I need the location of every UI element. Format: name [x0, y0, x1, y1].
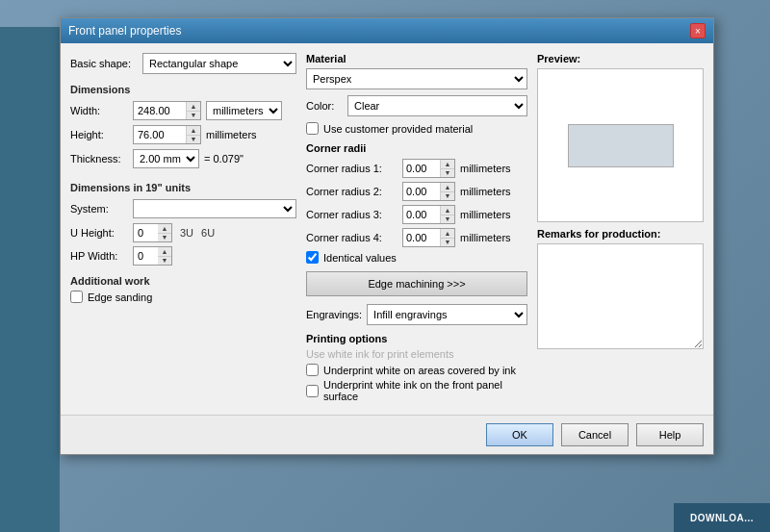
thickness-label: Thickness: — [70, 153, 133, 165]
width-spinner[interactable]: ▲ ▼ — [187, 102, 200, 119]
height-input[interactable]: 76.00 ▲ ▼ — [133, 125, 201, 144]
width-spinner-up[interactable]: ▲ — [187, 102, 200, 112]
basic-shape-select[interactable]: Rectangular shape — [142, 53, 296, 74]
dialog-titlebar: Front panel properties × — [61, 18, 713, 43]
width-row: Width: 248.00 ▲ ▼ millimeters — [70, 101, 296, 120]
cr-row-1: Corner radius 1: 0.00 ▲ ▼ millimeters — [306, 159, 527, 178]
color-select[interactable]: Clear — [347, 95, 527, 116]
width-spinner-down[interactable]: ▼ — [187, 112, 200, 120]
right-column: Preview: Remarks for production: — [537, 53, 704, 405]
uheight-label: U Height: — [70, 227, 133, 239]
customer-material-label: Use customer provided material — [323, 123, 473, 135]
height-label: Height: — [70, 129, 133, 140]
cr-unit-3: millimeters — [460, 209, 511, 220]
hpwidth-input[interactable]: 0 ▲ ▼ — [133, 246, 172, 266]
cr-spinner-3[interactable]: ▲ ▼ — [441, 206, 454, 223]
system-select[interactable] — [133, 199, 296, 218]
customer-material-row: Use customer provided material — [306, 122, 527, 135]
printing-header: Printing options — [306, 333, 527, 344]
hpwidth-spinner-down[interactable]: ▼ — [158, 257, 171, 266]
cr-spinner-2-down[interactable]: ▼ — [441, 192, 454, 201]
cr-input-4[interactable]: 0.00 ▲ ▼ — [402, 228, 455, 247]
cr-spinner-1[interactable]: ▲ ▼ — [441, 160, 454, 177]
middle-column: Material Perspex Color: Clear Use custom… — [306, 53, 527, 405]
cr-spinner-3-down[interactable]: ▼ — [441, 215, 454, 224]
cr-spinner-1-up[interactable]: ▲ — [441, 160, 454, 169]
thickness-eq: = 0.079" — [204, 153, 244, 165]
preview-header: Preview: — [537, 53, 704, 64]
cr-input-1[interactable]: 0.00 ▲ ▼ — [402, 159, 455, 178]
edge-sanding-checkbox[interactable] — [70, 291, 83, 303]
cr-spinner-4[interactable]: ▲ ▼ — [441, 229, 454, 246]
ok-button[interactable]: OK — [486, 423, 553, 446]
height-spinner-down[interactable]: ▼ — [187, 136, 200, 144]
download-bar-label: DOWNLOA... — [690, 513, 754, 523]
cr-spinner-1-down[interactable]: ▼ — [441, 169, 454, 178]
cr-spinner-2-up[interactable]: ▲ — [441, 183, 454, 192]
hpwidth-spinner[interactable]: ▲ ▼ — [158, 247, 171, 265]
height-value: 76.00 — [134, 126, 187, 143]
underprint1-row: Underprint white on areas covered by ink — [306, 364, 527, 376]
dialog-title: Front panel properties — [68, 24, 181, 38]
height-unit: millimeters — [206, 129, 257, 140]
dialog-footer: OK Cancel Help — [61, 415, 713, 454]
material-section: Material Perspex Color: Clear Use custom… — [306, 53, 527, 135]
dimensions-header: Dimensions — [70, 84, 296, 95]
cr-label-3: Corner radius 3: — [306, 209, 402, 220]
uheight-spinner-down[interactable]: ▼ — [158, 234, 171, 242]
cancel-button[interactable]: Cancel — [561, 423, 629, 446]
width-label: Width: — [70, 105, 133, 116]
hpwidth-spinner-up[interactable]: ▲ — [158, 247, 171, 257]
cr-unit-4: millimeters — [460, 232, 511, 243]
engravings-select[interactable]: Infill engravings — [367, 304, 527, 325]
edge-sanding-row: Edge sanding — [70, 291, 296, 303]
help-button[interactable]: Help — [636, 423, 704, 446]
dimensions-19-section: Dimensions in 19" units System: U Height… — [70, 182, 296, 266]
preview-panel — [568, 124, 674, 167]
corner-radii-header: Corner radii — [306, 142, 527, 154]
height-spinner-up[interactable]: ▲ — [187, 126, 200, 136]
cr-input-3[interactable]: 0.00 ▲ ▼ — [402, 205, 455, 224]
cr-spinner-2[interactable]: ▲ ▼ — [441, 183, 454, 200]
download-bar[interactable]: DOWNLOA... — [674, 503, 770, 532]
customer-material-checkbox[interactable] — [306, 122, 319, 135]
printing-section: Printing options Use white ink for print… — [306, 333, 527, 402]
width-value: 248.00 — [134, 102, 187, 119]
thickness-select[interactable]: 2.00 mm — [133, 149, 199, 168]
width-input[interactable]: 248.00 ▲ ▼ — [133, 101, 201, 120]
cr-spinner-4-up[interactable]: ▲ — [441, 229, 454, 239]
material-select[interactable]: Perspex — [306, 68, 527, 89]
basic-shape-label: Basic shape: — [70, 58, 142, 69]
cr-spinner-4-down[interactable]: ▼ — [441, 239, 454, 247]
uheight-spinner[interactable]: ▲ ▼ — [158, 224, 171, 241]
height-spinner[interactable]: ▲ ▼ — [187, 126, 200, 143]
uheight-spinner-up[interactable]: ▲ — [158, 224, 171, 234]
dialog-body: Basic shape: Rectangular shape Dimension… — [61, 43, 713, 415]
uheight-input[interactable]: 0 ▲ ▼ — [133, 223, 172, 242]
basic-shape-row: Basic shape: Rectangular shape — [70, 53, 296, 74]
remarks-textarea[interactable] — [537, 243, 704, 349]
uheight-3u: 3U — [180, 227, 193, 239]
cr-input-2[interactable]: 0.00 ▲ ▼ — [402, 182, 455, 201]
cr-row-3: Corner radius 3: 0.00 ▲ ▼ millimeters — [306, 205, 527, 224]
engravings-row: Engravings: Infill engravings — [306, 304, 527, 325]
identical-values-label: Identical values — [323, 252, 397, 264]
width-unit-select[interactable]: millimeters — [206, 101, 282, 120]
hpwidth-value: 0 — [134, 250, 158, 262]
left-panel — [0, 27, 60, 532]
close-button[interactable]: × — [690, 23, 706, 38]
underprint2-checkbox[interactable] — [306, 385, 319, 397]
system-label: System: — [70, 203, 133, 215]
cr-value-3: 0.00 — [403, 206, 441, 223]
identical-values-checkbox[interactable] — [306, 251, 319, 264]
preview-section: Preview: — [537, 53, 704, 222]
edge-machining-button[interactable]: Edge machining >>> — [306, 271, 527, 296]
underprint1-checkbox[interactable] — [306, 364, 319, 376]
edge-sanding-label: Edge sanding — [88, 291, 152, 303]
underprint2-label: Underprint white ink on the front panel … — [323, 379, 527, 402]
use-white-ink-label: Use white ink for print elements — [306, 348, 527, 360]
cr-value-1: 0.00 — [403, 160, 441, 177]
additional-work-header: Additional work — [70, 275, 296, 287]
cr-spinner-3-up[interactable]: ▲ — [441, 206, 454, 215]
thickness-row: Thickness: 2.00 mm = 0.079" — [70, 149, 296, 168]
